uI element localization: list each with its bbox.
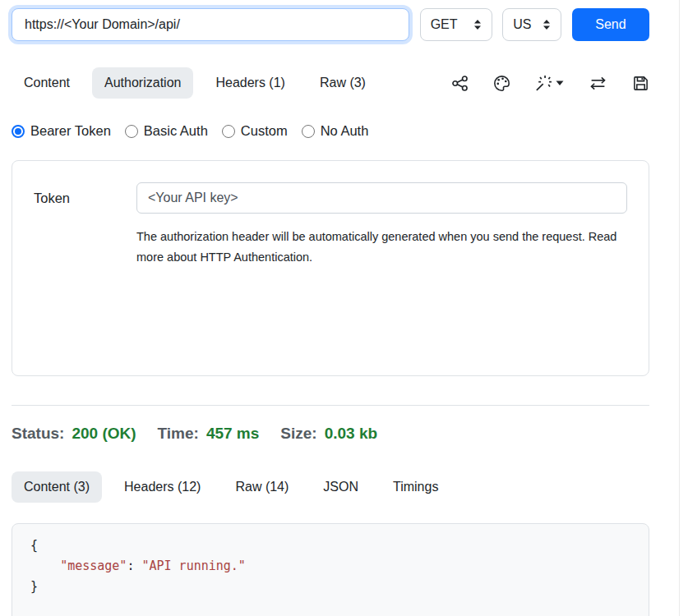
- page-scrollbar[interactable]: [679, 0, 688, 616]
- request-tabs: Content Authorization Headers (1) Raw (3…: [12, 67, 649, 99]
- tab-raw[interactable]: Raw (3): [307, 67, 378, 99]
- request-bar: GET US Send: [12, 7, 649, 43]
- magic-wand-icon[interactable]: [535, 75, 564, 92]
- radio-basic-auth[interactable]: Basic Auth: [125, 123, 208, 139]
- radio-label: No Auth: [321, 123, 369, 139]
- toolbar-icons: [451, 75, 649, 92]
- share-icon[interactable]: [451, 75, 469, 92]
- region-select-value: US: [513, 17, 531, 32]
- radio-unselected-icon: [222, 125, 235, 138]
- token-input[interactable]: [136, 182, 627, 214]
- caret-down-icon: [556, 80, 564, 86]
- send-button[interactable]: Send: [572, 8, 649, 41]
- tab-response-headers[interactable]: Headers (12): [112, 471, 213, 503]
- save-icon[interactable]: [632, 75, 649, 92]
- code-line: {: [30, 536, 649, 556]
- radio-no-auth[interactable]: No Auth: [302, 123, 369, 139]
- auth-type-options: Bearer Token Basic Auth Custom No Auth: [12, 123, 649, 139]
- palette-icon[interactable]: [493, 75, 510, 92]
- token-label: Token: [34, 191, 136, 206]
- app-container: GET US Send Content Authorization Header…: [12, 7, 649, 616]
- method-select[interactable]: GET: [420, 8, 492, 41]
- response-status-bar: Status: 200 (OK) Time: 457 ms Size: 0.03…: [12, 425, 649, 443]
- swap-arrows-icon[interactable]: [589, 75, 607, 92]
- json-key: "message": [60, 559, 127, 573]
- tab-authorization[interactable]: Authorization: [92, 67, 193, 99]
- tab-response-raw[interactable]: Raw (14): [223, 471, 301, 503]
- region-select[interactable]: US: [502, 8, 561, 41]
- method-select-value: GET: [431, 17, 458, 32]
- size-value: 0.03 kb: [325, 425, 377, 443]
- select-updown-icon: [543, 19, 551, 30]
- tab-headers[interactable]: Headers (1): [203, 67, 297, 99]
- radio-unselected-icon: [302, 125, 315, 138]
- code-line: "message": "API running.": [30, 556, 649, 577]
- radio-custom[interactable]: Custom: [222, 123, 288, 139]
- radio-label: Custom: [241, 123, 288, 139]
- bearer-token-panel: Token The authorization header will be a…: [12, 160, 649, 376]
- radio-bearer-token[interactable]: Bearer Token: [12, 123, 111, 139]
- tab-response-json[interactable]: JSON: [311, 471, 371, 503]
- json-value: "API running.": [141, 559, 245, 573]
- status-value: 200 (OK): [72, 425, 136, 443]
- select-updown-icon: [473, 19, 482, 30]
- tab-content[interactable]: Content: [12, 67, 82, 99]
- radio-selected-icon: [12, 125, 25, 138]
- time-label: Time:: [158, 425, 199, 443]
- size-label: Size:: [280, 425, 316, 443]
- response-body: { "message": "API running." }: [12, 523, 649, 616]
- section-divider: [12, 405, 649, 406]
- response-tabs: Content (3) Headers (12) Raw (14) JSON T…: [12, 471, 649, 503]
- radio-unselected-icon: [125, 125, 138, 138]
- radio-label: Basic Auth: [144, 123, 208, 139]
- url-input[interactable]: [12, 8, 409, 41]
- tab-response-content[interactable]: Content (3): [12, 471, 102, 503]
- status-label: Status:: [12, 425, 64, 443]
- time-value: 457 ms: [206, 425, 259, 443]
- token-help-text: The authorization header will be automat…: [136, 227, 620, 268]
- code-line: }: [30, 577, 649, 597]
- tab-response-timings[interactable]: Timings: [381, 471, 450, 503]
- radio-label: Bearer Token: [30, 123, 111, 139]
